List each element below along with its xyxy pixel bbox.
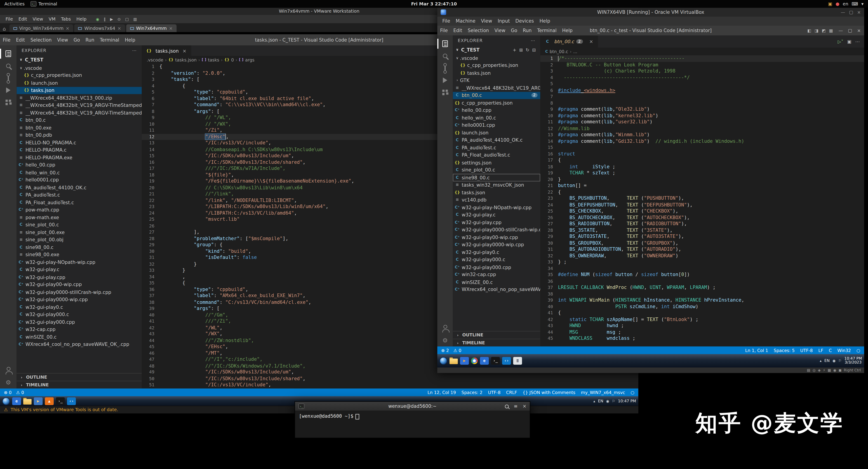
tray-expand-icon[interactable]: ▴ [593, 399, 595, 403]
vm-tab[interactable]: Win7x64vmm× [126, 24, 177, 32]
line-number[interactable]: 5 [540, 81, 558, 87]
line-number[interactable]: 21 [142, 191, 159, 197]
ie-icon[interactable]: e [12, 397, 21, 405]
tree-item[interactable]: CPA_Float_audioTest.c [17, 198, 142, 206]
cmd-icon[interactable]: ›_ [56, 397, 65, 405]
line-number[interactable]: 38 [142, 299, 159, 306]
line-number[interactable]: 7 [540, 94, 558, 100]
code-line[interactable]: 36 [540, 278, 864, 284]
code-line[interactable]: 32 BS_OWNERDRAW, TEXT ("OWNERDRAW") [540, 253, 864, 259]
tree-item[interactable]: Cbtn_00.c [17, 117, 142, 124]
status-problems[interactable]: ⊗ 0⚠ 0 [4, 390, 24, 395]
bell-icon[interactable]: ○ [631, 390, 634, 395]
line-number[interactable]: 3 [142, 76, 159, 83]
tray-volume-icon[interactable]: ◉ [606, 399, 609, 403]
code-line[interactable]: 27 BS_RADIOBUTTON, TEXT ("RADIOBUTTON"), [540, 221, 864, 227]
caret-icon[interactable]: ▾ [862, 1, 864, 6]
line-number[interactable]: 9 [142, 115, 159, 121]
vscode-menu-edit[interactable]: Edit [451, 28, 465, 33]
tree-item[interactable]: C⁺win32-cap.cpp [453, 271, 540, 278]
tray-language[interactable]: EN [598, 399, 603, 403]
maximize-icon[interactable]: ▢ [849, 10, 853, 15]
line-number[interactable]: 29 [142, 242, 159, 248]
tree-item[interactable]: C⁺w32-gui-play0000-stillCrash-wip.cpp [17, 288, 142, 296]
settings-gear-icon[interactable]: ⚙ [437, 334, 453, 347]
vmware-menu-edit[interactable]: Edit [16, 17, 30, 22]
code-line[interactable]: 25 BS_CHECKBOX, TEXT ("CHECKBOX"), [540, 208, 864, 214]
line-number[interactable]: 9 [540, 106, 558, 113]
record-icon[interactable]: ● [836, 1, 839, 6]
breadcrumb-item[interactable]: btn_00.c [550, 49, 568, 54]
minimize-icon[interactable]: — [841, 10, 845, 15]
line-number[interactable]: 41 [540, 310, 558, 316]
virtualbox-menu-help[interactable]: Help [537, 18, 553, 24]
display-status-icon[interactable]: ▦ [828, 368, 831, 373]
line-number[interactable]: 6 [540, 87, 558, 94]
line-number[interactable]: 36 [142, 286, 159, 293]
tree-item[interactable]: {}launch.json [453, 129, 540, 136]
tree-item[interactable]: Cw32-gui-play.c [17, 266, 142, 273]
code-line[interactable]: 4 --------------------------------------… [540, 74, 864, 81]
tree-item[interactable]: ≡HELLO-PRAGMA.exe [17, 154, 142, 161]
line-number[interactable]: 14 [540, 138, 558, 144]
close-icon[interactable]: × [66, 26, 69, 31]
vscode-menu-run[interactable]: Run [520, 28, 534, 33]
virtualbox-menu-view[interactable]: View [478, 18, 495, 24]
line-number[interactable]: 11 [142, 127, 159, 133]
split-icon[interactable]: ▣ [847, 39, 851, 44]
status-item[interactable]: {} JSON with Comments [523, 390, 575, 395]
explorer-folder-icon[interactable] [23, 399, 32, 404]
refresh-icon[interactable]: ↻ [526, 47, 529, 52]
more-icon[interactable]: ⋯ [855, 39, 860, 44]
line-number[interactable]: 16 [142, 159, 159, 165]
taskbar-clock[interactable]: 10:47 PM3/3/2023 [844, 357, 862, 365]
panels-icon[interactable]: ▥ [133, 17, 137, 22]
code-line[interactable]: 12//Winmm.lib [540, 125, 864, 132]
focused-app-menu[interactable]: ›_ Terminal [30, 1, 57, 6]
line-number[interactable]: 22 [540, 189, 558, 195]
status-item[interactable]: Ln 1, Col 1 [745, 348, 768, 353]
tree-item[interactable]: {}tasks.json [453, 189, 540, 196]
tree-item[interactable]: {}tasks.json [17, 87, 142, 94]
status-item[interactable]: my_WIN7_x64_msvc [581, 390, 625, 395]
code-line[interactable]: 17{ [540, 157, 864, 163]
line-number[interactable]: 31 [540, 246, 558, 253]
breadcrumb-item[interactable]: .vscode [147, 57, 163, 62]
line-number[interactable]: 10 [540, 113, 558, 119]
code-line[interactable]: 14#pragma comment(lib,"Gdi32.lib") // wi… [540, 138, 864, 144]
line-number[interactable]: 2 [142, 70, 159, 76]
bell-icon[interactable]: ○ [857, 348, 860, 353]
tree-item[interactable]: Csine_plot_00.c [453, 166, 540, 174]
fullscreen-icon[interactable]: ▢ [125, 17, 129, 22]
tree-item[interactable]: CPA_audioTest_44100_OK.c [17, 184, 142, 191]
vscode-menu-edit[interactable]: Edit [13, 37, 28, 42]
account-icon[interactable] [0, 364, 17, 376]
collapse-icon[interactable]: ⊟ [532, 47, 536, 52]
line-number[interactable]: 15 [142, 153, 159, 159]
line-number[interactable]: 24 [142, 210, 159, 216]
vscode-menu-selection[interactable]: Selection [28, 37, 54, 42]
line-number[interactable]: 31 [142, 255, 159, 261]
tree-item[interactable]: Chello_win_00.c [453, 114, 540, 122]
code-line[interactable]: 18 int iStyle ; [540, 163, 864, 170]
menu-icon[interactable]: ≡ [514, 404, 518, 409]
line-number[interactable]: 44 [540, 329, 558, 335]
tree-item[interactable]: C⁺w32-gui-play00-wip.cpp [17, 281, 142, 288]
code-line[interactable]: 2 BTNLOOK.C -- Button Look Program [540, 62, 864, 68]
line-number[interactable]: 27 [142, 229, 159, 236]
close-icon[interactable]: × [857, 10, 861, 15]
status-item[interactable]: Spaces: 5 [774, 348, 795, 353]
search-icon[interactable] [437, 50, 453, 62]
layout-icon[interactable]: ▦ [829, 28, 833, 33]
tree-item[interactable]: CPA_audioTest_44100_OK.c [453, 136, 540, 144]
files-icon[interactable] [0, 48, 17, 60]
line-number[interactable]: 32 [540, 253, 558, 259]
status-item[interactable]: CRLF [506, 390, 517, 395]
tree-item[interactable]: ∨.vscode [453, 54, 540, 62]
line-number[interactable]: 39 [540, 297, 558, 304]
taskbar-clock[interactable]: 10:47 PM [618, 399, 636, 403]
code-line[interactable]: 5 [540, 81, 864, 87]
line-number[interactable]: 50 [142, 375, 159, 382]
tree-item[interactable]: Cw32-gui-play0.c [453, 249, 540, 256]
status-item[interactable]: UTF-8 [488, 390, 501, 395]
